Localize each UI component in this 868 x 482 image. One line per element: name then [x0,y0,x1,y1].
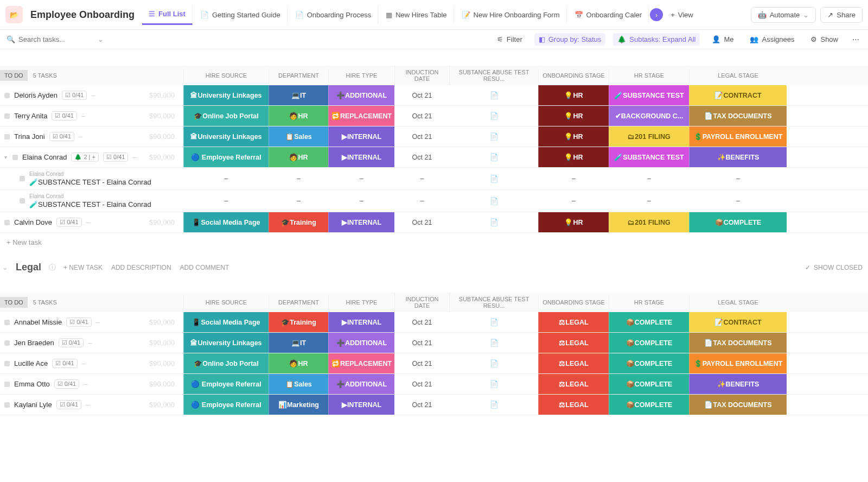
cell-sub[interactable]: 📄 [449,190,538,212]
tab-scroll-right[interactable]: › [650,8,663,21]
group-add-comment[interactable]: ADD COMMENT [180,264,229,271]
task-name[interactable]: Trina Joni [14,132,45,141]
share-button[interactable]: ↗Share [820,7,863,23]
assignee-placeholder[interactable]: – [91,91,95,99]
cell-legal[interactable]: 📄TAX DOCUMENTS [689,333,787,353]
cell-ob[interactable]: 💡HR [538,147,609,167]
table-row[interactable]: Jen Braeden ☑ 0/41 – $90,000🏛University … [0,333,868,353]
search-box[interactable]: 🔍 ⌄ [7,35,126,43]
cell-hiretype[interactable]: ▶INTERNAL [328,126,394,147]
checklist-pill[interactable]: ☑ 0/41 [56,218,81,227]
cell-hr[interactable]: ✔BACKGROUND C... [609,106,689,126]
cell-induct[interactable]: Oct 21 [394,212,449,232]
cell-sub[interactable]: 📄 [449,312,538,332]
cell-hr[interactable]: 📦COMPLETE [609,395,689,415]
cell-legal[interactable]: 💲PAYROLL ENROLLMENT [689,126,787,147]
cell-legal[interactable]: 💲PAYROLL ENROLLMENT [689,353,787,373]
checklist-pill[interactable]: ☑ 0/41 [59,338,84,347]
cell-legal[interactable]: 📝CONTRACT [689,312,787,332]
cell-legal[interactable]: – [689,190,787,212]
col-induction-date[interactable]: INDUCTION DATE [394,293,449,312]
cell-induct[interactable]: Oct 21 [394,333,449,353]
status-chip-todo[interactable]: TO DO [0,297,28,308]
cell-hiresrc[interactable]: 📱Social Media Page [183,212,269,232]
cell-legal[interactable]: ✨BENEFITS [689,374,787,394]
cell-hiretype[interactable]: ▶INTERNAL [328,147,394,167]
cell-ob[interactable]: ⚖LEGAL [538,353,609,373]
col-department[interactable]: DEPARTMENT [269,69,328,82]
cell-dept[interactable]: 💻IT [269,333,328,353]
cell-dept[interactable]: 🎓Training [269,312,328,332]
cell-induct[interactable]: Oct 21 [394,85,449,105]
cell-induct[interactable]: Oct 21 [394,147,449,167]
collapse-icon[interactable]: ▾ [4,154,7,160]
cell-induct[interactable]: Oct 21 [394,312,449,332]
assignee-placeholder[interactable]: – [81,112,85,120]
cell-ob[interactable]: – [538,190,609,212]
add-view-button[interactable]: +View [664,5,700,24]
table-row[interactable]: Annabel Missie ☑ 0/41 – $90,000📱Social M… [0,312,868,333]
checklist-pill[interactable]: ☑ 0/41 [49,132,74,141]
cell-induct[interactable]: – [394,168,449,189]
assignee-placeholder[interactable]: – [86,218,90,226]
cell-dept[interactable]: 📋Sales [269,374,328,394]
table-row[interactable]: Emma Otto ☑ 0/41 – $90,000🔵 Employee Ref… [0,374,868,395]
cell-hiresrc[interactable]: 🔵 Employee Referral [183,147,269,167]
col-hire-source[interactable]: HIRE SOURCE [183,296,269,309]
table-row[interactable]: Lucille Ace ☑ 0/41 – $90,000🎓Online Job … [0,353,868,374]
cell-hiresrc[interactable]: – [183,168,269,189]
cell-hiresrc[interactable]: 🎓Online Job Portal [183,353,269,373]
assignee-placeholder[interactable]: – [79,132,82,141]
col-hire-type[interactable]: HIRE TYPE [328,69,394,82]
group-name[interactable]: Legal [16,262,41,273]
cell-sub[interactable]: 📄 [449,85,538,105]
new-task-button[interactable]: + New task [0,233,868,252]
checklist-pill[interactable]: ☑ 0/41 [56,400,81,409]
table-row[interactable]: Kaylani Lyle ☑ 0/41 – $90,000🔵 Employee … [0,395,868,415]
table-row[interactable]: Trina Joni ☑ 0/41 – $90,000🏛University L… [0,126,868,147]
cell-hiretype[interactable]: ▶INTERNAL [328,395,394,415]
cell-hr[interactable]: 🗂201 FILING [609,126,689,147]
cell-hiresrc[interactable]: 🔵 Employee Referral [183,374,269,394]
col-legal-stage[interactable]: LEGAL STAGE [689,296,787,309]
cell-hiretype[interactable]: ▶INTERNAL [328,212,394,232]
table-row[interactable]: Deloris Ayden ☑ 0/41 – $90,000🏛Universit… [0,85,868,106]
table-row[interactable]: Elaina Conrad 🧪SUBSTANCE TEST - Elaina C… [0,168,868,190]
cell-induct[interactable]: Oct 21 [394,353,449,373]
table-row[interactable]: Calvin Dove ☑ 0/41 – $90,000📱Social Medi… [0,212,868,233]
cell-hr[interactable]: 📦COMPLETE [609,333,689,353]
cell-sub[interactable]: 📄 [449,395,538,415]
cell-legal[interactable]: 📝CONTRACT [689,85,787,105]
cell-induct[interactable]: – [394,190,449,212]
cell-legal[interactable]: 📦COMPLETE [689,212,787,232]
task-name[interactable]: Emma Otto [14,380,50,388]
cell-hiresrc[interactable]: 🏛University Linkages [183,85,269,105]
cell-hr[interactable]: 🧪SUBSTANCE TEST [609,85,689,105]
cell-dept[interactable]: – [269,168,328,189]
task-name[interactable]: Calvin Dove [14,218,52,226]
show-closed-toggle[interactable]: ✓SHOW CLOSED [805,264,863,271]
cell-ob[interactable]: 💡HR [538,85,609,105]
task-name[interactable]: Jen Braeden [14,339,54,347]
cell-induct[interactable]: Oct 21 [394,106,449,126]
cell-hr[interactable]: 🧪SUBSTANCE TEST [609,147,689,167]
cell-hiresrc[interactable]: 📱Social Media Page [183,312,269,332]
task-name[interactable]: Elaina Conrad [22,153,67,161]
cell-legal[interactable]: 📄TAX DOCUMENTS [689,395,787,415]
cell-sub[interactable]: 📄 [449,353,538,373]
cell-ob[interactable]: 💡HR [538,212,609,232]
cell-hr[interactable]: 📦COMPLETE [609,312,689,332]
cell-hr[interactable]: 📦COMPLETE [609,374,689,394]
col-hr-stage[interactable]: HR STAGE [609,69,689,82]
cell-hiresrc[interactable]: 🏛University Linkages [183,126,269,147]
cell-ob[interactable]: 💡HR [538,106,609,126]
cell-hiretype[interactable]: ➕ADDITIONAL [328,374,394,394]
col-legal-stage[interactable]: LEGAL STAGE [689,69,787,82]
tab-new-hire-form[interactable]: 📝New Hire Onboarding Form [455,5,567,24]
subtasks-button[interactable]: 🌲Subtasks: Expand All [613,33,700,46]
cell-hiresrc[interactable]: – [183,190,269,212]
task-name[interactable]: Annabel Missie [14,318,62,326]
col-hire-type[interactable]: HIRE TYPE [328,296,394,309]
groupby-button[interactable]: ◧Group by: Status [534,33,606,46]
checklist-pill[interactable]: ☑ 0/41 [52,359,77,368]
